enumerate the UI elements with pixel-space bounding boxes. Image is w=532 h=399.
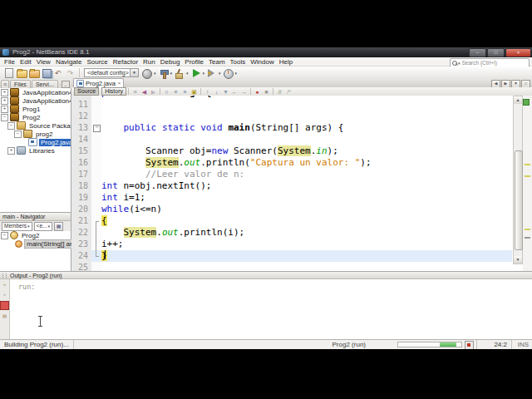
editor-uncomment-icon[interactable]: /* xyxy=(285,88,293,96)
debug-icon[interactable] xyxy=(206,68,217,78)
menu-navigate[interactable]: Navigate xyxy=(53,58,85,66)
collapse-icon[interactable]: − xyxy=(14,131,22,138)
code-line-18[interactable]: 18int n=obj.nextInt(); xyxy=(71,180,512,192)
occurrence-mark[interactable] xyxy=(525,229,530,230)
menu-refactor[interactable]: Refactor xyxy=(111,58,140,66)
new-file-icon[interactable] xyxy=(2,68,13,78)
menu-view[interactable]: View xyxy=(34,58,53,66)
editor-jump-forward-icon[interactable]: ▶ xyxy=(150,88,157,96)
open-project-icon[interactable] xyxy=(27,68,38,78)
stop-task-button[interactable] xyxy=(465,341,474,349)
rerun-icon[interactable]: » xyxy=(1,281,8,288)
new-project-icon[interactable] xyxy=(15,68,26,78)
deploy-icon[interactable] xyxy=(141,68,152,78)
undo-icon[interactable]: ↶ xyxy=(52,68,63,78)
occurrence-mark[interactable] xyxy=(525,175,530,177)
tree-item-prog1[interactable]: +Prog1 xyxy=(0,105,71,113)
navigator-header[interactable]: main - Navigator xyxy=(0,213,71,221)
code-line-19[interactable]: 19int i=1; xyxy=(71,192,512,204)
code-line-15[interactable]: 15 Scanner obj=new Scanner(System.in); xyxy=(71,145,512,157)
chevron-down-icon[interactable]: ▼ xyxy=(130,69,138,76)
menu-help[interactable]: Help xyxy=(277,58,295,66)
tree-item-main-string-args[interactable]: main(String[] args) xyxy=(0,239,71,248)
editor-viewport[interactable]: 10public class Prog2 {111213− public sta… xyxy=(71,96,532,271)
profile-icon[interactable] xyxy=(223,68,234,78)
clean-build-icon[interactable] xyxy=(174,68,185,78)
collapse-icon[interactable]: − xyxy=(1,232,8,239)
editor-scrollbar[interactable]: ▲ ▼ xyxy=(513,96,523,264)
output-header[interactable]: Output - Prog2 (run) xyxy=(0,272,532,279)
editor-toggle-highlight-icon[interactable]: ▣ xyxy=(190,88,198,96)
tree-item-libraries[interactable]: +Libraries xyxy=(0,146,71,155)
tree-item-prog2[interactable]: −Prog2 xyxy=(0,113,71,121)
editor-jump-back-icon[interactable]: ◀ xyxy=(140,88,148,96)
source-view-button[interactable]: Source xyxy=(74,87,99,96)
editor-toggle-bookmark-icon[interactable]: ▼ xyxy=(222,88,229,96)
occurrence-mark[interactable] xyxy=(525,164,530,165)
expand-icon[interactable]: + xyxy=(1,89,8,96)
tree-item-prog2[interactable]: −Prog2 xyxy=(0,231,71,239)
tab-projects[interactable]: ≡ xyxy=(1,80,9,88)
tree-item-javaapplication41[interactable]: +JavaApplication41 xyxy=(0,88,71,96)
code-line-11[interactable]: 11 xyxy=(71,99,512,111)
menu-edit[interactable]: Edit xyxy=(17,58,34,66)
collapse-icon[interactable]: − xyxy=(7,122,15,130)
menu-team[interactable]: Team xyxy=(206,58,228,66)
tree-item-javaapplication42[interactable]: +JavaApplication42 xyxy=(0,96,71,105)
scroll-up-icon[interactable]: ▲ xyxy=(514,96,522,104)
redo-icon[interactable]: ↷ xyxy=(65,68,76,78)
inherited-filter-select[interactable]: <e...▾ xyxy=(34,222,52,231)
filter-icon[interactable]: ▦ xyxy=(54,222,63,231)
code-line-17[interactable]: 17 //Leer valor de n: xyxy=(71,169,512,180)
menu-run[interactable]: Run xyxy=(140,58,158,66)
editor-find-next-icon[interactable]: » xyxy=(181,88,189,96)
panel-minimize-button[interactable]: _ xyxy=(62,81,70,88)
run-icon[interactable] xyxy=(190,68,201,78)
rerun-debug-icon[interactable]: » xyxy=(1,291,8,298)
error-stripe[interactable] xyxy=(523,96,532,271)
scrollbar-thumb[interactable] xyxy=(515,150,523,250)
editor-record-macro-icon[interactable]: ● xyxy=(254,88,261,96)
members-filter-select[interactable]: Members▾ xyxy=(2,222,32,231)
collapse-icon[interactable]: − xyxy=(1,114,8,121)
editor-last-edit-location-icon[interactable]: ≡ xyxy=(131,88,139,96)
editor-shift-right-icon[interactable]: → xyxy=(240,88,248,96)
editor-stop-macro-icon[interactable]: ■ xyxy=(263,88,270,96)
editor-next-bookmark-icon[interactable]: ↓ xyxy=(213,88,220,96)
editor-find-previous-icon[interactable]: « xyxy=(172,88,180,96)
menu-window[interactable]: Window xyxy=(248,58,276,66)
code-line-14[interactable]: 14 xyxy=(71,134,512,145)
stop-icon[interactable] xyxy=(0,301,9,310)
expand-icon[interactable]: + xyxy=(7,147,15,155)
menu-tools[interactable]: Tools xyxy=(228,58,249,66)
config-select[interactable]: <default config>▼ xyxy=(84,68,139,77)
tree-item-prog2[interactable]: −prog2 xyxy=(0,130,71,138)
tree-item-prog2-java[interactable]: Prog2.java xyxy=(0,138,71,146)
clear-icon[interactable]: ▤ xyxy=(1,313,8,320)
build-icon[interactable] xyxy=(158,68,169,78)
minimize-button[interactable]: – xyxy=(469,48,486,57)
maximize-button[interactable]: □ xyxy=(487,48,505,57)
menu-debug[interactable]: Debug xyxy=(158,58,183,66)
code-line-16[interactable]: 16 System.out.println("Captura un valor:… xyxy=(71,157,512,169)
output-console[interactable]: run: xyxy=(10,279,532,340)
expand-icon[interactable]: + xyxy=(1,106,8,113)
tab-files[interactable]: Files xyxy=(10,80,31,88)
editor-previous-bookmark-icon[interactable]: ↑ xyxy=(204,88,211,96)
code-line-23[interactable]: 23i++; xyxy=(71,239,512,250)
close-button[interactable]: × xyxy=(505,48,531,57)
code-line-25[interactable]: 25 xyxy=(71,262,512,271)
editor-find-selection-icon[interactable]: ○ xyxy=(163,88,170,96)
code-line-20[interactable]: 20while(i<=n) xyxy=(71,204,512,215)
code-line-24[interactable]: 24} xyxy=(71,250,512,262)
menu-file[interactable]: File xyxy=(2,58,17,66)
code-line-21[interactable]: 21{ xyxy=(71,215,512,227)
editor-comment-icon[interactable]: // xyxy=(276,88,283,96)
save-all-icon[interactable] xyxy=(40,68,51,78)
menu-source[interactable]: Source xyxy=(84,58,110,66)
code-fold-icon[interactable]: − xyxy=(93,125,101,132)
scroll-down-icon[interactable]: ▼ xyxy=(514,256,522,264)
history-view-button[interactable]: History xyxy=(101,87,126,96)
code-line-13[interactable]: 13− public static void main(String[] arg… xyxy=(71,122,512,134)
menu-profile[interactable]: Profile xyxy=(182,58,206,66)
